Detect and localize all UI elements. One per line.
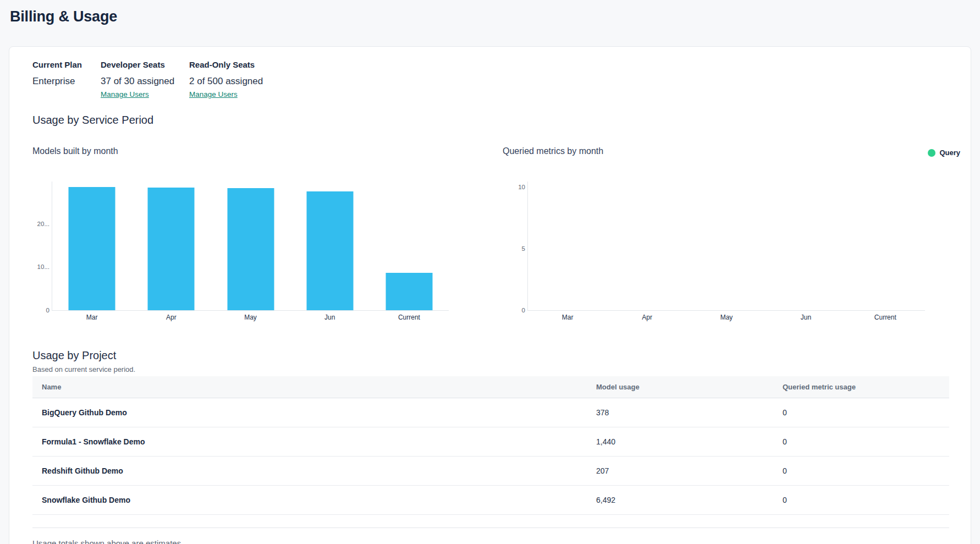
column-header-model-usage: Model usage	[596, 383, 783, 391]
queried-metric-usage-cell: 0	[783, 437, 949, 446]
x-axis-tick-label: May	[244, 314, 257, 321]
current-plan-value: Enterprise	[32, 75, 101, 87]
manage-readonly-users-link[interactable]: Manage Users	[189, 90, 238, 98]
column-header-name: Name	[32, 383, 596, 391]
model-usage-cell: 6,492	[596, 496, 783, 504]
bar-may	[227, 188, 274, 310]
readonly-seats-label: Read-Only Seats	[189, 60, 263, 70]
queried-metric-usage-cell: 0	[783, 496, 949, 504]
x-axis-tick-label: Apr	[642, 314, 652, 321]
bar-current	[386, 273, 432, 310]
readonly-seats-value: 2 of 500 assigned	[189, 75, 263, 87]
query-legend-label: Query	[939, 149, 960, 157]
bar-mar	[69, 187, 115, 310]
usage-by-project-title: Usage by Project	[32, 349, 116, 362]
query-legend-dot-icon	[928, 149, 935, 157]
bar-jun	[306, 191, 353, 310]
x-axis-tick-label: Current	[874, 314, 896, 321]
y-axis-tick-label: 10...	[27, 264, 49, 270]
usage-footnote: Usage totals shown above are estimates.	[32, 538, 183, 544]
table-header-row: Name Model usage Queried metric usage	[32, 376, 949, 398]
project-name-cell: Snowflake Github Demo	[32, 496, 596, 504]
project-name-cell: Formula1 - Snowflake Demo	[32, 437, 596, 446]
x-axis-tick-label: Apr	[166, 314, 177, 321]
y-axis-tick-label: 20...	[27, 221, 49, 227]
models-built-plot-area: 010...20...MarAprMayJunCurrent	[52, 182, 449, 311]
table-row: Snowflake Github Demo 6,492 0	[32, 486, 949, 515]
project-name-cell: Redshift Github Demo	[32, 466, 596, 475]
x-axis-tick-label: Mar	[562, 314, 574, 321]
queried-metric-usage-cell: 0	[783, 408, 949, 417]
y-axis-tick-label: 0	[27, 307, 49, 314]
x-axis-tick-label: Jun	[801, 314, 811, 321]
current-plan-block: Current Plan Enterprise	[32, 60, 101, 99]
x-axis-tick-label: Jun	[324, 314, 335, 321]
divider	[32, 527, 949, 528]
plan-summary: Current Plan Enterprise Developer Seats …	[32, 60, 263, 99]
table-row: Redshift Github Demo 207 0	[32, 457, 949, 486]
table-row: BigQuery Github Demo 378 0	[32, 398, 949, 427]
x-axis-tick-label: May	[720, 314, 733, 321]
queried-metrics-chart-title: Queried metrics by month	[503, 146, 943, 157]
model-usage-cell: 207	[596, 466, 783, 475]
developer-seats-label: Developer Seats	[101, 60, 189, 70]
page-header: Billing & Usage	[0, 0, 980, 39]
x-axis-tick-label: Current	[398, 314, 420, 321]
usage-by-project-table: Name Model usage Queried metric usage Bi…	[32, 376, 949, 515]
developer-seats-block: Developer Seats 37 of 30 assigned Manage…	[101, 60, 189, 99]
queried-metric-usage-cell: 0	[783, 466, 949, 475]
model-usage-cell: 1,440	[596, 437, 783, 446]
billing-card: Current Plan Enterprise Developer Seats …	[9, 46, 971, 544]
usage-by-service-period-title: Usage by Service Period	[32, 114, 153, 127]
models-built-chart-title: Models built by month	[32, 146, 472, 157]
y-axis-tick-label: 0	[503, 307, 525, 314]
bar-apr	[148, 188, 195, 310]
table-row: Formula1 - Snowflake Demo 1,440 0	[32, 427, 949, 457]
developer-seats-value: 37 of 30 assigned	[101, 75, 189, 87]
billing-usage-page: Billing & Usage Current Plan Enterprise …	[0, 0, 980, 544]
manage-developer-users-link[interactable]: Manage Users	[101, 90, 149, 98]
models-built-by-month-chart: Models built by month 010...20...MarAprM…	[32, 146, 472, 327]
queried-metrics-by-month-chart: Queried metrics by month 0510MarAprMayJu…	[503, 146, 943, 327]
page-title: Billing & Usage	[10, 8, 117, 25]
column-header-queried-metric-usage: Queried metric usage	[783, 383, 949, 391]
usage-by-project-subtitle: Based on current service period.	[32, 365, 135, 373]
model-usage-cell: 378	[596, 408, 783, 417]
readonly-seats-block: Read-Only Seats 2 of 500 assigned Manage…	[189, 60, 263, 99]
y-axis-tick-label: 10	[503, 184, 525, 190]
x-axis-tick-label: Mar	[86, 314, 98, 321]
y-axis-tick-label: 5	[503, 245, 525, 251]
current-plan-label: Current Plan	[32, 60, 101, 70]
project-name-cell: BigQuery Github Demo	[32, 408, 596, 417]
queried-metrics-plot-area: 0510MarAprMayJunCurrent	[527, 182, 925, 311]
chart-legend: Query	[928, 149, 960, 157]
